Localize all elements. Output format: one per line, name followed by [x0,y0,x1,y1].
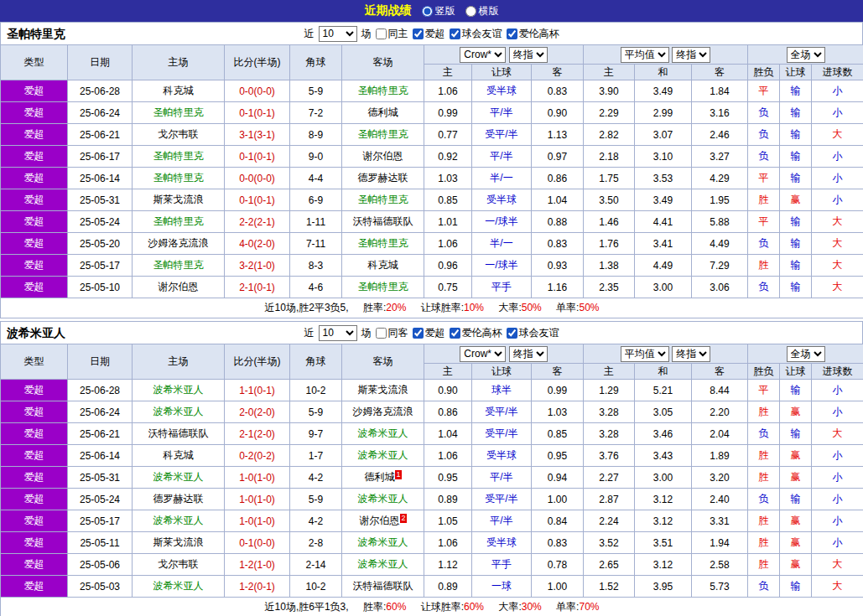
handicap-result-cell: 输 [780,423,812,445]
home-team-link[interactable]: 科克城 [164,85,194,96]
league-checkbox-1[interactable] [413,28,424,39]
match-type-cell: 爱超 [1,146,68,168]
home-team-link[interactable]: 斯莱戈流浪 [153,536,204,548]
away-team-link[interactable]: 波希米亚人 [358,536,408,548]
away-team-link[interactable]: 谢尔伯恩 [363,150,403,162]
home-team-link[interactable]: 圣帕特里克 [153,150,204,162]
league-checkbox-3[interactable] [507,28,517,39]
same-venue-checkbox[interactable] [376,28,387,39]
home-team-link[interactable]: 波希米亚人 [153,515,204,526]
result-cell: 负 [748,423,780,445]
odds-source-select[interactable]: Crow* [460,346,506,362]
avg-kind-select[interactable]: 终指 [672,346,710,362]
score-cell: 0-2(0-2) [225,445,290,467]
vertical-view-radio[interactable] [422,6,433,17]
games-label: 场 [361,27,372,41]
score-value: 2-2(2-1) [239,216,275,228]
match-date: 25-05-11 [80,537,119,549]
match-count-select[interactable]: 10 [319,325,357,341]
league-option-3[interactable]: 爱伦高杯 [507,27,559,41]
col-away: 客场 [342,344,424,380]
home-team-link[interactable]: 德罗赫达联 [153,493,204,505]
away-team-link[interactable]: 波希米亚人 [358,449,408,461]
home-team-cell: 戈尔韦联 [133,554,225,576]
league-checkbox-2[interactable] [450,28,460,39]
avg-draw-value: 3.49 [653,85,673,97]
same-venue-checkbox[interactable] [376,328,387,339]
odds-away-value: 0.83 [548,537,567,549]
view-option-horizontal[interactable]: 横版 [465,4,499,18]
home-team-link[interactable]: 波希米亚人 [153,580,204,592]
scope-select[interactable]: 全场 [787,346,825,362]
same-venue-option[interactable]: 同客 [376,326,408,340]
avg-kind-select[interactable]: 终指 [672,47,710,63]
home-team-link[interactable]: 斯莱戈流浪 [153,194,204,205]
home-team-link[interactable]: 圣帕特里克 [153,106,204,118]
away-team-link[interactable]: 谢尔伯恩 [359,515,399,526]
league-option-1[interactable]: 爱超 [413,27,445,41]
result-value: 胜 [759,536,769,548]
odds-kind-select[interactable]: 终指 [509,47,548,63]
scope-select[interactable]: 全场 [787,47,825,63]
away-team-link[interactable]: 沙姆洛克流浪 [353,406,413,417]
odds-kind-select[interactable]: 终指 [509,346,548,362]
avg-away-value: 1.95 [710,194,729,206]
away-team-link[interactable]: 德利城 [364,471,394,483]
away-team-link[interactable]: 圣帕特里克 [358,85,408,96]
col-away: 客场 [342,45,424,80]
match-count-select[interactable]: 10 [319,26,357,42]
away-team-link[interactable]: 沃特福德联队 [353,215,413,227]
view-option-vertical[interactable]: 竖版 [422,4,455,18]
league-option-3[interactable]: 球会友谊 [507,326,559,340]
away-team-link[interactable]: 圣帕特里克 [358,237,408,249]
away-team-link[interactable]: 斯莱戈流浪 [358,384,408,396]
away-team-link[interactable]: 德罗赫达联 [358,172,408,184]
away-team-link[interactable]: 沃特福德联队 [353,580,413,592]
home-team-link[interactable]: 波希米亚人 [153,384,204,396]
home-team-link[interactable]: 科克城 [164,449,194,461]
away-team-link[interactable]: 圣帕特里克 [358,194,408,205]
table-row: 爱超 25-06-21 戈尔韦联 3-1(3-1) 8-9 圣帕特里克 0.77… [1,124,863,146]
away-team-link[interactable]: 波希米亚人 [358,493,408,505]
odds-away-value: 0.99 [548,385,567,396]
away-team-link[interactable]: 德利城 [368,106,398,118]
odds-source-select[interactable]: Crow* [460,47,506,63]
corner-cell: 10-2 [290,576,342,598]
home-team-link[interactable]: 谢尔伯恩 [159,281,199,292]
away-team-link[interactable]: 科克城 [368,259,398,271]
home-team-link[interactable]: 沙姆洛克流浪 [148,237,209,249]
home-team-link[interactable]: 圣帕特里克 [153,215,204,227]
home-team-link[interactable]: 波希米亚人 [153,406,204,417]
avg-draw-value: 3.41 [653,238,673,250]
league-option-2[interactable]: 爱伦高杯 [450,326,502,340]
home-team-link[interactable]: 圣帕特里克 [153,172,204,184]
corner-value: 8-3 [309,260,323,272]
away-team-link[interactable]: 波希米亚人 [358,427,408,439]
home-team-link[interactable]: 波希米亚人 [153,471,204,483]
odds-home-value: 0.96 [438,260,457,272]
avg-home-value: 1.52 [599,581,618,593]
goals-value: 大 [833,259,843,271]
match-date: 25-06-28 [80,85,120,97]
league-checkbox-1[interactable] [413,328,424,339]
league-checkbox-3[interactable] [507,328,517,339]
avg-source-select[interactable]: 平均值 [621,47,669,63]
league-checkbox-2[interactable] [450,328,460,339]
home-team-link[interactable]: 戈尔韦联 [159,558,199,570]
avg-away-cell: 1.95 [692,189,748,211]
avg-source-select[interactable]: 平均值 [621,346,669,362]
same-venue-option[interactable]: 同主 [376,27,408,41]
home-team-link[interactable]: 戈尔韦联 [159,128,199,140]
league-option-1[interactable]: 爱超 [413,326,445,340]
odds-home-cell: 1.06 [424,233,472,255]
away-team-link[interactable]: 圣帕特里克 [358,128,408,140]
col-type: 类型 [1,45,68,80]
away-team-link[interactable]: 圣帕特里克 [358,281,408,292]
away-team-cell: 德利城1 [342,467,424,489]
away-team-link[interactable]: 波希米亚人 [358,558,408,570]
away-team-cell: 谢尔伯恩 [342,146,424,168]
home-team-link[interactable]: 沃特福德联队 [148,427,209,439]
horizontal-view-radio[interactable] [465,6,476,17]
home-team-link[interactable]: 圣帕特里克 [153,259,204,271]
league-option-2[interactable]: 球会友谊 [450,27,502,41]
